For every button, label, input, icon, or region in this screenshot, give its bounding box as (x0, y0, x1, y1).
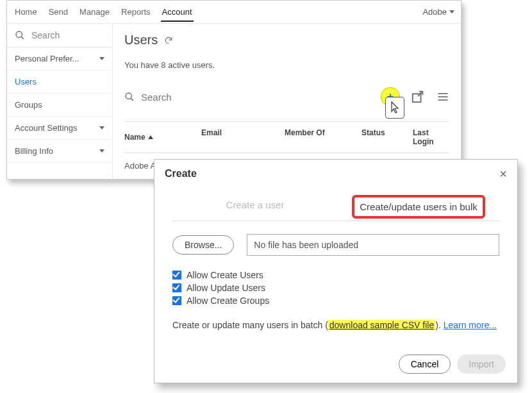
checkbox-label: Allow Create Users (187, 270, 263, 280)
search-icon (15, 30, 25, 40)
chevron-down-icon (99, 149, 104, 153)
chevron-down-icon (99, 126, 104, 130)
export-icon[interactable] (411, 90, 425, 104)
tab-bulk-label: Create/update users in bulk (352, 195, 485, 219)
tab-create-single-user[interactable]: Create a user (172, 193, 338, 221)
close-icon[interactable]: × (499, 167, 507, 180)
sidebar-item-label: Users (15, 77, 37, 87)
search-icon (124, 92, 135, 102)
sidebar: Search Personal Prefer... Users Groups A… (7, 24, 113, 180)
sort-asc-icon (148, 135, 153, 139)
checkbox-allow-update-users[interactable]: Allow Update Users (172, 283, 499, 293)
learn-more-link[interactable]: Learn more... (444, 320, 497, 330)
chevron-down-icon (99, 57, 104, 60)
sidebar-item-label: Account Settings (15, 123, 78, 133)
download-sample-csv-link[interactable]: download sample CSV file (328, 320, 435, 330)
toolbar: + (124, 88, 449, 106)
tab-reports[interactable]: Reports (120, 2, 152, 22)
tab-create-bulk-users[interactable]: Create/update users in bulk (338, 193, 499, 221)
sidebar-item-groups[interactable]: Groups (7, 94, 112, 117)
checkbox-label: Allow Create Groups (187, 296, 269, 306)
refresh-icon[interactable] (164, 36, 173, 45)
users-search-input[interactable] (141, 92, 263, 103)
bulk-hint-text: Create or update many users in batch (do… (172, 320, 499, 330)
import-button[interactable]: Import (457, 355, 506, 374)
plus-icon: + (387, 91, 394, 103)
content-area: Users You have 8 active users. + (113, 24, 461, 180)
tab-manage[interactable]: Manage (78, 2, 111, 22)
sidebar-item-label: Groups (15, 100, 42, 110)
svg-point-2 (126, 93, 131, 99)
sidebar-search[interactable]: Search (7, 24, 112, 47)
tab-send[interactable]: Send (47, 2, 69, 22)
account-label: Adobe (422, 7, 447, 17)
checkbox-checked-icon (172, 271, 181, 280)
column-name[interactable]: Name (124, 128, 201, 146)
sidebar-item-users[interactable]: Users (7, 71, 112, 94)
svg-line-1 (21, 37, 24, 39)
add-user-button[interactable]: + (381, 88, 399, 106)
page-title: Users (124, 33, 158, 47)
tab-home[interactable]: Home (13, 2, 38, 22)
users-table-header: Name Email Member Of Status Last Login (124, 121, 449, 153)
sidebar-item-label: Personal Prefer... (15, 54, 79, 63)
create-modal: Create × Create a user Create/update use… (154, 159, 518, 383)
tab-account[interactable]: Account (161, 2, 194, 22)
checkbox-allow-create-users[interactable]: Allow Create Users (172, 270, 499, 280)
svg-point-0 (16, 31, 22, 37)
sidebar-item-label: Billing Info (15, 146, 53, 156)
modal-title: Create (165, 168, 197, 180)
menu-icon[interactable] (436, 90, 449, 103)
modal-tabs: Create a user Create/update users in bul… (172, 193, 499, 221)
sidebar-item-account-settings[interactable]: Account Settings (7, 117, 112, 140)
sidebar-search-placeholder: Search (31, 30, 60, 40)
account-dropdown[interactable]: Adobe (422, 7, 454, 17)
column-last-login[interactable]: Last Login (413, 128, 449, 146)
column-member-of[interactable]: Member Of (285, 128, 362, 146)
svg-line-3 (131, 98, 133, 101)
checkbox-allow-create-groups[interactable]: Allow Create Groups (172, 296, 499, 306)
checkbox-checked-icon (172, 296, 181, 305)
column-email[interactable]: Email (201, 128, 285, 146)
checkbox-checked-icon (172, 283, 181, 292)
chevron-down-icon (449, 10, 454, 13)
active-users-count: You have 8 active users. (124, 60, 449, 70)
main-window: Home Send Manage Reports Account Adobe S… (6, 0, 461, 180)
users-search[interactable] (124, 92, 381, 103)
column-status[interactable]: Status (362, 128, 413, 146)
cancel-button[interactable]: Cancel (399, 355, 451, 374)
checkbox-label: Allow Update Users (187, 283, 265, 293)
file-upload-status: No file has been uploaded (247, 234, 499, 256)
browse-button[interactable]: Browse... (172, 235, 234, 255)
top-nav: Home Send Manage Reports Account Adobe (7, 1, 461, 24)
sidebar-item-billing-info[interactable]: Billing Info (7, 140, 112, 163)
sidebar-item-personal-preferences[interactable]: Personal Prefer... (7, 47, 112, 71)
